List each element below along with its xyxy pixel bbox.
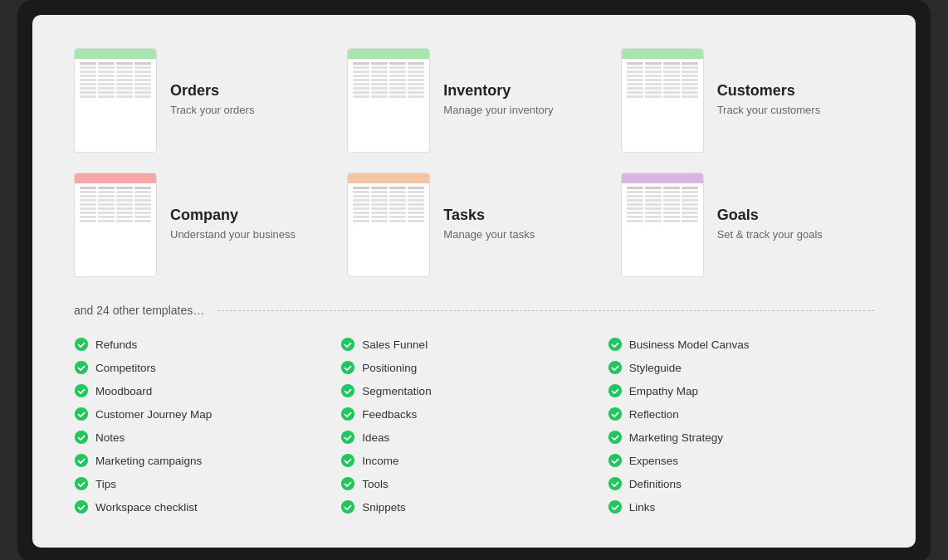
svg-point-21 bbox=[608, 454, 622, 467]
list-item[interactable]: Business Model Canvas bbox=[608, 337, 874, 352]
list-item[interactable]: Refunds bbox=[74, 337, 340, 352]
check-icon bbox=[340, 499, 355, 514]
item-label: Competitors bbox=[95, 362, 156, 374]
item-label: Marketing campaigns bbox=[95, 455, 202, 467]
list-item[interactable]: Empathy Map bbox=[608, 383, 874, 398]
list-item[interactable]: Styleguide bbox=[608, 360, 874, 375]
item-label: Notes bbox=[95, 431, 125, 444]
svg-point-23 bbox=[608, 500, 622, 514]
svg-point-15 bbox=[341, 500, 354, 514]
check-icon bbox=[608, 430, 623, 445]
template-card-inventory[interactable]: Inventory Manage your inventory bbox=[347, 48, 600, 153]
template-title-tasks: Tasks bbox=[443, 207, 535, 224]
template-card-customers[interactable]: Customers Track your customers bbox=[621, 48, 874, 153]
list-item[interactable]: Definitions bbox=[608, 476, 874, 491]
svg-point-6 bbox=[75, 477, 88, 490]
list-item[interactable]: Links bbox=[608, 499, 874, 514]
list-item[interactable]: Feedbacks bbox=[340, 407, 607, 421]
list-item[interactable]: Tips bbox=[74, 476, 340, 491]
svg-point-16 bbox=[608, 338, 622, 351]
template-title-orders: Orders bbox=[170, 82, 254, 100]
check-icon bbox=[340, 360, 355, 375]
item-label: Workspace checklist bbox=[95, 501, 198, 514]
list-item[interactable]: Segmentation bbox=[340, 383, 607, 398]
check-icon bbox=[340, 383, 355, 398]
item-label: Marketing Strategy bbox=[629, 431, 723, 444]
items-grid: Refunds Competitors Moodboard Customer J… bbox=[74, 337, 874, 514]
svg-point-10 bbox=[341, 384, 354, 397]
list-item[interactable]: Ideas bbox=[340, 430, 607, 445]
item-label: Business Model Canvas bbox=[629, 338, 750, 351]
check-icon bbox=[608, 383, 623, 398]
svg-point-11 bbox=[341, 407, 354, 421]
template-info-goals: Goals Set & track your goals bbox=[717, 207, 823, 242]
check-icon bbox=[74, 453, 89, 468]
list-item[interactable]: Workspace checklist bbox=[74, 499, 340, 514]
divider-line bbox=[217, 310, 874, 311]
list-item[interactable]: Income bbox=[340, 453, 607, 468]
check-icon bbox=[74, 337, 89, 352]
check-icon bbox=[608, 453, 623, 468]
template-info-customers: Customers Track your customers bbox=[717, 82, 821, 118]
template-thumb-goals bbox=[621, 173, 704, 277]
list-item[interactable]: Competitors bbox=[74, 360, 340, 375]
svg-point-12 bbox=[341, 431, 354, 444]
template-thumb-company bbox=[74, 173, 157, 277]
list-item[interactable]: Moodboard bbox=[74, 383, 340, 398]
svg-point-8 bbox=[341, 338, 354, 351]
list-item[interactable]: Customer Journey Map bbox=[74, 407, 340, 421]
item-label: Tools bbox=[362, 478, 388, 490]
other-templates-label: and 24 other templates… bbox=[74, 304, 204, 317]
template-title-inventory: Inventory bbox=[443, 82, 553, 100]
template-card-orders[interactable]: Orders Track your orders bbox=[74, 48, 327, 153]
template-title-goals: Goals bbox=[717, 207, 823, 224]
svg-point-3 bbox=[75, 407, 88, 421]
list-item[interactable]: Snippets bbox=[340, 499, 607, 514]
template-desc-tasks: Manage your tasks bbox=[443, 227, 535, 242]
list-item[interactable]: Expenses bbox=[608, 453, 874, 468]
template-title-company: Company bbox=[170, 207, 296, 224]
list-item[interactable]: Marketing Strategy bbox=[608, 430, 874, 445]
template-desc-goals: Set & track your goals bbox=[717, 227, 823, 242]
svg-point-5 bbox=[75, 454, 88, 467]
template-thumb-tasks bbox=[347, 173, 430, 277]
list-item[interactable]: Notes bbox=[74, 430, 340, 445]
inner-content: Orders Track your orders bbox=[32, 15, 916, 548]
check-icon bbox=[608, 337, 623, 352]
items-col-2: Business Model Canvas Styleguide Empathy… bbox=[608, 337, 874, 514]
template-info-company: Company Understand your business bbox=[170, 207, 296, 242]
item-label: Refunds bbox=[95, 338, 137, 351]
list-item[interactable]: Sales Funnel bbox=[340, 337, 607, 352]
check-icon bbox=[608, 360, 623, 375]
item-label: Segmentation bbox=[362, 385, 431, 397]
svg-point-13 bbox=[341, 454, 354, 467]
item-label: Positioning bbox=[362, 362, 417, 374]
template-info-tasks: Tasks Manage your tasks bbox=[443, 207, 535, 242]
check-icon bbox=[74, 407, 89, 421]
template-info-orders: Orders Track your orders bbox=[170, 82, 254, 118]
divider-section: and 24 other templates… bbox=[74, 304, 874, 317]
check-icon bbox=[74, 476, 89, 491]
template-card-tasks[interactable]: Tasks Manage your tasks bbox=[347, 173, 600, 277]
device-frame: Orders Track your orders bbox=[17, 0, 931, 560]
item-label: Feedbacks bbox=[362, 408, 417, 421]
list-item[interactable]: Marketing campaigns bbox=[74, 453, 340, 468]
check-icon bbox=[340, 337, 355, 352]
item-label: Income bbox=[362, 455, 398, 467]
list-item[interactable]: Positioning bbox=[340, 360, 607, 375]
item-label: Snippets bbox=[362, 501, 406, 514]
template-desc-inventory: Manage your inventory bbox=[443, 103, 553, 118]
list-item[interactable]: Reflection bbox=[608, 407, 874, 421]
svg-point-9 bbox=[341, 361, 354, 374]
template-desc-company: Understand your business bbox=[170, 227, 296, 242]
template-card-company[interactable]: Company Understand your business bbox=[74, 173, 327, 277]
template-card-goals[interactable]: Goals Set & track your goals bbox=[621, 173, 874, 277]
check-icon bbox=[74, 499, 89, 514]
item-label: Definitions bbox=[629, 478, 682, 490]
items-col-0: Refunds Competitors Moodboard Customer J… bbox=[74, 337, 340, 514]
item-label: Reflection bbox=[629, 408, 679, 421]
item-label: Tips bbox=[95, 478, 116, 490]
item-label: Sales Funnel bbox=[362, 338, 428, 351]
list-item[interactable]: Tools bbox=[340, 476, 607, 491]
check-icon bbox=[74, 430, 89, 445]
